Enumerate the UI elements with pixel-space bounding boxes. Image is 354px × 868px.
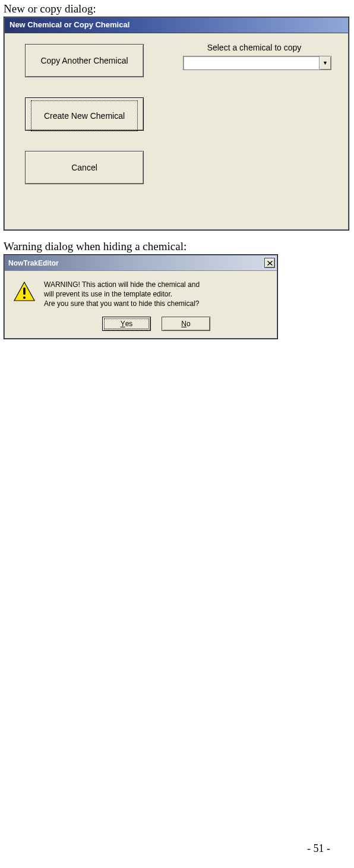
warning-line-3: Are you sure that you want to hide this … — [44, 299, 268, 308]
warning-line-1: WARNING! This action will hide the chemi… — [44, 280, 268, 289]
caption-new-copy: New or copy dialog: — [4, 2, 350, 15]
no-mnemonic: N — [181, 320, 187, 328]
select-chemical-label: Select a chemical to copy — [183, 43, 325, 52]
yes-button[interactable]: Yes — [102, 317, 151, 331]
copy-another-chemical-button[interactable]: Copy Another Chemical — [25, 44, 144, 77]
svg-rect-0 — [23, 288, 26, 295]
warning-dialog: NowTrakEditor WARNING! This action will … — [4, 255, 277, 339]
figure-warning-dialog: NowTrakEditor WARNING! This action will … — [4, 254, 278, 339]
dialog2-body: WARNING! This action will hide the chemi… — [5, 271, 277, 338]
chemical-combobox-input[interactable] — [184, 56, 319, 70]
yes-mnemonic: Y — [121, 320, 125, 328]
chemical-combobox-dropdown-button[interactable]: ▼ — [319, 56, 331, 70]
dialog-new-or-copy: New Chemical or Copy Chemical Copy Anoth… — [4, 17, 349, 230]
cancel-button[interactable]: Cancel — [25, 151, 144, 184]
close-button[interactable] — [264, 258, 275, 268]
close-icon — [267, 261, 273, 266]
warning-message: WARNING! This action will hide the chemi… — [44, 280, 268, 331]
dialog1-body: Copy Another Chemical Create New Chemica… — [5, 33, 348, 229]
figure-new-copy-dialog: New Chemical or Copy Chemical Copy Anoth… — [4, 17, 349, 231]
dialog2-title: NowTrakEditor — [8, 259, 59, 267]
chemical-combobox[interactable]: ▼ — [183, 56, 331, 70]
dialog2-titlebar: NowTrakEditor — [5, 255, 277, 271]
warning-icon — [13, 280, 36, 331]
dialog1-title: New Chemical or Copy Chemical — [5, 18, 348, 33]
create-new-chemical-button[interactable]: Create New Chemical — [25, 97, 144, 131]
page-number: - 51 - — [307, 842, 330, 855]
focus-ring: Create New Chemical — [31, 100, 138, 131]
svg-point-1 — [23, 296, 26, 299]
caption-warning: Warning dialog when hiding a chemical: — [4, 240, 350, 253]
warning-line-2: will prevent its use in the template edi… — [44, 290, 268, 299]
no-button[interactable]: No — [162, 317, 210, 331]
yes-rest: es — [125, 320, 133, 328]
no-rest: o — [187, 320, 191, 328]
chevron-down-icon: ▼ — [323, 60, 328, 66]
